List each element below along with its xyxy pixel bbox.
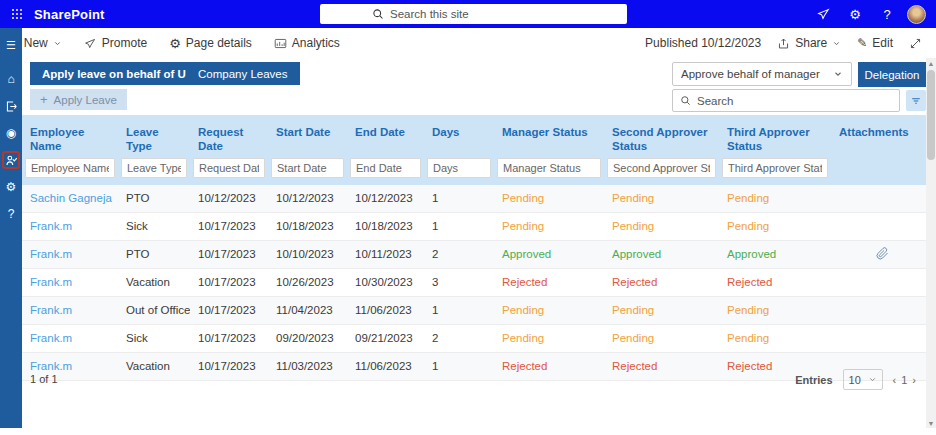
next-page-button[interactable]: ›: [912, 374, 916, 386]
employee-name-link[interactable]: Frank.m: [30, 220, 72, 232]
leave-requests-table: Employee NameLeave TypeRequest DateStart…: [22, 115, 926, 381]
analytics-button[interactable]: Analytics: [274, 36, 340, 50]
cell-text: 10/17/2023: [198, 332, 256, 344]
app-title: SharePoint: [34, 7, 105, 22]
table-filter-row: [22, 156, 926, 185]
table-row[interactable]: Sachin GagnejaPTO10/12/202310/12/202310/…: [22, 185, 926, 213]
column-filter-input[interactable]: [25, 158, 115, 178]
vertical-scrollbar[interactable]: ▲ ▼: [926, 58, 936, 428]
column-filter-input[interactable]: [427, 158, 491, 178]
entries-label: Entries: [795, 374, 832, 386]
table-header-row: Employee NameLeave TypeRequest DateStart…: [22, 115, 926, 156]
filter-cell: [831, 156, 926, 178]
employee-name-link[interactable]: Frank.m: [30, 248, 72, 260]
app-launcher-button[interactable]: [0, 9, 34, 19]
promote-button[interactable]: Promote: [84, 36, 147, 50]
sidebar-sign-out-icon[interactable]: [2, 97, 20, 115]
column-filter-input[interactable]: [271, 158, 344, 178]
company-leaves-button[interactable]: Company Leaves: [186, 62, 300, 85]
table-row[interactable]: Frank.mVacation10/17/202310/26/202310/30…: [22, 269, 926, 297]
table-row[interactable]: Frank.mPTO10/17/202310/10/202310/11/2023…: [22, 241, 926, 269]
help-icon[interactable]: ?: [871, 0, 903, 28]
published-status: Published 10/12/2023: [645, 36, 761, 50]
scroll-up-arrow[interactable]: ▲: [926, 58, 936, 68]
table-body: Sachin GagnejaPTO10/12/202310/12/202310/…: [22, 185, 926, 381]
cell-text: 3: [432, 276, 438, 288]
chevron-down-icon: [53, 39, 62, 48]
column-filter-input[interactable]: [350, 158, 421, 178]
scrollbar-thumb[interactable]: [927, 70, 935, 160]
table-cell: 1: [424, 213, 494, 240]
status-text: Rejected: [502, 276, 547, 288]
entries-per-page-select[interactable]: 10: [843, 369, 883, 390]
table-row[interactable]: Frank.mSick10/17/202310/18/202310/18/202…: [22, 213, 926, 241]
employee-name-link[interactable]: Sachin Gagneja: [30, 192, 112, 204]
sort-filter-button[interactable]: [906, 90, 926, 111]
analytics-icon: [274, 37, 287, 50]
table-cell: 10/12/2023: [190, 185, 268, 212]
sharepoint-page: SharePoint Search this site ⚙ ? + New Pr…: [0, 0, 936, 435]
sidebar-menu-icon[interactable]: ☰: [2, 36, 20, 54]
status-text: Approved: [502, 248, 551, 260]
employee-name-cell: Frank.m: [22, 325, 118, 352]
cell-text: 09/20/2023: [276, 332, 334, 344]
user-avatar[interactable]: [907, 5, 926, 24]
employee-name-link[interactable]: Frank.m: [30, 332, 72, 344]
employee-name-link[interactable]: Frank.m: [30, 304, 72, 316]
sidebar-approvals-icon-active[interactable]: [2, 151, 20, 169]
status-text: Pending: [612, 332, 654, 344]
status-text: Pending: [727, 304, 769, 316]
status-text: Pending: [502, 332, 544, 344]
status-text: Pending: [502, 192, 544, 204]
cell-text: Sick: [126, 220, 148, 232]
table-row[interactable]: Frank.mSick10/17/202309/20/202309/21/202…: [22, 325, 926, 353]
cell-text: 2: [432, 248, 438, 260]
table-cell: 10/18/2023: [268, 213, 347, 240]
table-cell: 11/04/2023: [268, 297, 347, 324]
status-text: Pending: [612, 220, 654, 232]
column-filter-input[interactable]: [497, 158, 601, 178]
table-cell: 09/20/2023: [268, 325, 347, 352]
status-cell: Pending: [719, 213, 831, 240]
table-row[interactable]: Frank.mOut of Office10/17/202311/04/2023…: [22, 297, 926, 325]
column-filter-input[interactable]: [607, 158, 716, 178]
column-filter-input[interactable]: [193, 158, 265, 178]
current-page-number[interactable]: 1: [901, 374, 907, 386]
cell-text: 11/04/2023: [276, 304, 333, 316]
expand-button[interactable]: [909, 37, 922, 50]
edit-button[interactable]: ✎ Edit: [857, 36, 893, 50]
delegation-button[interactable]: Delegation: [858, 62, 926, 87]
cell-text: 1: [432, 192, 438, 204]
filter-cell: [494, 156, 604, 178]
column-filter-input[interactable]: [722, 158, 828, 178]
sidebar-home-icon[interactable]: ⌂: [2, 70, 20, 88]
share-button[interactable]: Share: [777, 36, 841, 50]
table-search-box[interactable]: [672, 89, 900, 112]
scroll-down-arrow[interactable]: ▼: [926, 418, 936, 428]
status-text: Pending: [727, 332, 769, 344]
status-cell: Pending: [719, 297, 831, 324]
settings-gear-icon[interactable]: ⚙: [839, 0, 871, 28]
status-text: Approved: [727, 248, 776, 260]
column-filter-input[interactable]: [121, 158, 187, 178]
status-cell: Pending: [604, 325, 719, 352]
sidebar-help-icon[interactable]: ?: [2, 205, 20, 223]
site-search-box[interactable]: Search this site: [320, 4, 627, 24]
filter-cell: [347, 156, 424, 178]
gear-icon: ⚙: [169, 36, 181, 51]
page-details-button[interactable]: ⚙ Page details: [169, 36, 252, 51]
sidebar-recordings-icon[interactable]: ◉: [2, 124, 20, 142]
paperclip-icon[interactable]: [876, 247, 889, 262]
sidebar-settings-icon[interactable]: ⚙: [2, 178, 20, 196]
apply-leave-button[interactable]: + Apply Leave: [30, 89, 127, 110]
cell-text: 10/17/2023: [198, 220, 256, 232]
table-search-input[interactable]: [697, 95, 847, 107]
status-cell: Pending: [604, 185, 719, 212]
cell-text: 1: [432, 220, 438, 232]
prev-page-button[interactable]: ‹: [893, 374, 897, 386]
column-header: Third Approver Status: [719, 121, 831, 156]
table-cell: Sick: [118, 213, 190, 240]
employee-name-link[interactable]: Frank.m: [30, 276, 72, 288]
approver-mode-dropdown[interactable]: Approve behalf of manager: [672, 62, 852, 86]
feedback-megaphone-icon[interactable]: [807, 0, 839, 28]
